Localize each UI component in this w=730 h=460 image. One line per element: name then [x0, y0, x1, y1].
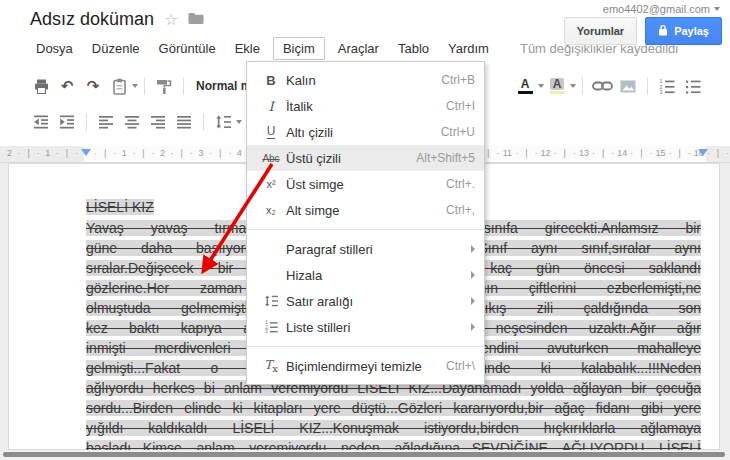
doc-heading-text: LİSELİ KIZ	[86, 199, 154, 215]
web-clipboard-icon[interactable]	[107, 73, 131, 99]
menu-shortcut: Ctrl+,	[446, 203, 475, 217]
toolbar-separator	[86, 113, 87, 131]
strikethrough-icon: Abc	[256, 153, 286, 164]
menu-item-paragraf-stilleri[interactable]: Paragraf stilleri	[247, 236, 484, 262]
web-clipboard-caret-icon[interactable]	[132, 84, 138, 88]
menubar-item-tablo[interactable]: Tablo	[392, 37, 435, 60]
undo-icon[interactable]: ↶	[55, 73, 79, 99]
ruler-tick: |	[66, 148, 68, 159]
menu-shortcut: Ctrl+U	[441, 125, 475, 139]
svg-text:3: 3	[265, 329, 268, 334]
ruler-tick: |	[640, 148, 642, 159]
ruler-tick: ·	[132, 148, 135, 159]
ruler-tick: ·	[630, 148, 633, 159]
ruler-tick: ·	[37, 148, 40, 159]
menu-item-sat-r-aral[interactable]: Satır aralığı	[247, 288, 484, 314]
svg-text:3: 3	[660, 89, 663, 95]
ruler-tick: 14	[617, 148, 627, 159]
menu-item-alt-simge[interactable]: x₂Alt simgeCtrl+,	[247, 197, 484, 223]
menu-item-bi-imlendirmeyi-temizle[interactable]: TxBiçimlendirmeyi temizleCtrl+\	[247, 353, 484, 379]
ruler-left-indent-marker[interactable]	[81, 149, 91, 156]
doc-line-11[interactable]: yığıldı kaldıkaldı LİSELİ KIZ...Konuşmak…	[86, 418, 701, 438]
align-justify-icon[interactable]	[172, 109, 196, 135]
doc-line-10[interactable]: sordu...Birden elinde ki kitapları yere …	[86, 398, 701, 418]
highlight-color-caret-icon[interactable]	[570, 84, 576, 88]
ruler-tick: ·	[496, 148, 499, 159]
account-menu[interactable]: emo4402@gmail.com	[603, 3, 720, 15]
line-spacing-icon[interactable]	[211, 109, 235, 135]
comments-button[interactable]: Yorumlar	[564, 17, 637, 45]
menubar-item-ekle[interactable]: Ekle	[229, 37, 266, 60]
ruler-tick: ·	[554, 148, 557, 159]
ruler-tick: ·	[113, 148, 116, 159]
ruler-tick: |	[487, 148, 489, 159]
menubar-item-yard-m[interactable]: Yardım	[442, 37, 495, 60]
menu-item-label: Paragraf stilleri	[286, 242, 471, 257]
line-spacing-icon	[256, 294, 286, 308]
ruler-tick: 2	[7, 148, 12, 159]
redo-icon[interactable]: ↷	[81, 73, 105, 99]
star-icon[interactable]: ☆	[164, 12, 178, 28]
ruler-tick: 13	[579, 148, 589, 159]
menubar-item-g-r-nt-le[interactable]: Görüntüle	[153, 37, 222, 60]
submenu-arrow-icon	[471, 271, 475, 279]
submenu-arrow-icon	[471, 245, 475, 253]
insert-image-icon[interactable]	[616, 73, 640, 99]
ruler-tick: ·	[228, 148, 231, 159]
menu-item-st-izili[interactable]: AbcÜstü çiziliAlt+Shift+5	[247, 145, 484, 171]
menubar-item-dosya[interactable]: Dosya	[30, 37, 79, 60]
ruler-tick: ·	[649, 148, 652, 159]
document-title[interactable]: Adsız doküman	[30, 9, 154, 30]
ruler-right-indent-marker[interactable]	[698, 149, 708, 156]
menu-item-label: Alt simge	[286, 203, 446, 218]
insert-link-icon[interactable]	[590, 73, 614, 99]
align-center-icon[interactable]	[120, 109, 144, 135]
text-color-caret-icon[interactable]	[538, 84, 544, 88]
print-icon[interactable]	[29, 73, 53, 99]
ruler-tick: |	[602, 148, 604, 159]
ruler-tick: ·	[171, 148, 174, 159]
align-right-icon[interactable]	[146, 109, 170, 135]
menu-item-label: Biçimlendirmeyi temizle	[286, 359, 446, 374]
ruler-tick: ·	[190, 148, 193, 159]
ruler-tick: |	[717, 148, 719, 159]
format-menu: BKalınCtrl+BIİtalikCtrl+IUAltı çiziliCtr…	[246, 61, 485, 385]
submenu-arrow-icon	[471, 323, 475, 331]
menu-separator	[247, 346, 484, 347]
increase-indent-icon[interactable]	[55, 109, 79, 135]
decrease-indent-icon[interactable]	[29, 109, 53, 135]
menu-item-label: İtalik	[286, 99, 446, 114]
share-button[interactable]: Paylaş	[645, 17, 722, 45]
menu-item-st-simge[interactable]: x²Üst simgeCtrl+.	[247, 171, 484, 197]
align-left-icon[interactable]	[94, 109, 118, 135]
menubar-item-bi-im[interactable]: Biçim	[273, 37, 325, 60]
account-email: emo4402@gmail.com	[603, 3, 710, 15]
menu-item-label: Satır aralığı	[286, 294, 471, 309]
ruler-tick: |	[181, 148, 183, 159]
highlight-color-icon[interactable]: A	[545, 73, 569, 99]
menu-separator	[247, 229, 484, 230]
text-color-icon[interactable]: A	[513, 73, 537, 99]
ruler-tick: |	[525, 148, 527, 159]
ruler-tick: |	[678, 148, 680, 159]
menu-item-kal-n[interactable]: BKalınCtrl+B	[247, 67, 484, 93]
menu-item-liste-stilleri[interactable]: 123Liste stilleri	[247, 314, 484, 340]
menu-item-alt-izili[interactable]: UAltı çiziliCtrl+U	[247, 119, 484, 145]
toolbar-separator	[144, 77, 145, 95]
bulleted-list-icon[interactable]	[681, 73, 705, 99]
lock-icon	[658, 24, 668, 38]
menu-item-hizala[interactable]: Hizala	[247, 262, 484, 288]
paint-format-icon[interactable]	[152, 73, 176, 99]
numbered-list-icon[interactable]: 123	[655, 73, 679, 99]
folder-icon[interactable]	[188, 11, 204, 29]
line-spacing-caret-icon[interactable]	[236, 120, 242, 124]
menu-item-i-talik[interactable]: IİtalikCtrl+I	[247, 93, 484, 119]
menu-item-label: Liste stilleri	[286, 320, 471, 335]
ruler-tick: ·	[17, 148, 20, 159]
ruler-tick: ·	[592, 148, 595, 159]
toolbar-separator	[183, 77, 184, 95]
horizontal-scrollbar-thumb[interactable]	[3, 452, 725, 457]
menubar-item-d-zenle[interactable]: Düzenle	[86, 37, 146, 60]
menubar-item-ara-lar[interactable]: Araçlar	[332, 37, 385, 60]
menu-item-label: Hizala	[286, 268, 471, 283]
